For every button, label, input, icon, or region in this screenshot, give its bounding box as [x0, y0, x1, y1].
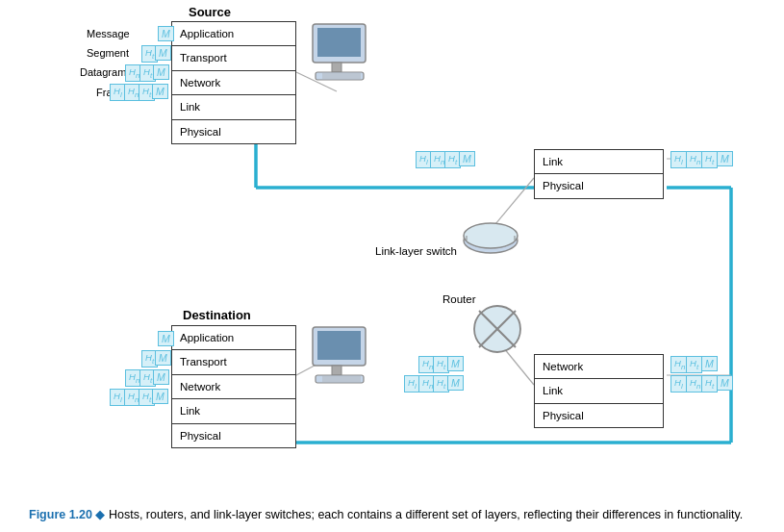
- caption-diamond: ◆: [95, 508, 105, 521]
- source-title: Source: [189, 5, 231, 19]
- source-layer-link: Link: [172, 95, 295, 119]
- switch-right-Ht: Ht: [701, 151, 718, 168]
- source-layer-application: Application: [172, 22, 295, 46]
- router-layer-physical: Physical: [535, 404, 663, 427]
- source-stack: Application Transport Network Link Physi…: [171, 21, 296, 144]
- source-M-app: M: [158, 26, 174, 41]
- router-right-M-lnk: M: [717, 375, 733, 391]
- router-right-Hl-lnk: Hl: [670, 375, 687, 393]
- source-segment-label: Segment: [87, 47, 129, 59]
- diagram: Source Application Transport Network Lin…: [0, 0, 784, 491]
- source-datagram-label: Datagram: [80, 66, 126, 78]
- dest-M-net: M: [153, 369, 169, 385]
- source-message-label: Message: [87, 28, 130, 39]
- router-layer-network: Network: [535, 355, 663, 379]
- source-layer-network: Network: [172, 71, 295, 95]
- dest-M-app: M: [158, 331, 174, 346]
- switch-layer-physical: Physical: [535, 174, 663, 197]
- dest-layer-transport: Transport: [172, 350, 295, 374]
- switch-device-icon: [462, 221, 519, 260]
- figure-caption: Figure 1.20 ◆ Hosts, routers, and link-l…: [29, 506, 774, 524]
- svg-point-20: [464, 223, 518, 248]
- dest-layer-link: Link: [172, 399, 295, 423]
- figure-number: Figure 1.20: [29, 508, 92, 521]
- router-right-Ht-lnk: Ht: [701, 375, 718, 393]
- svg-rect-13: [317, 28, 361, 57]
- source-M-dat: M: [153, 64, 169, 80]
- router-stack: Network Link Physical: [534, 354, 664, 428]
- router-left-M: M: [447, 356, 464, 371]
- dest-layer-application: Application: [172, 326, 295, 350]
- switch-label: Link-layer switch: [375, 245, 457, 257]
- svg-rect-14: [332, 63, 341, 72]
- dest-M-lnk: M: [152, 389, 168, 404]
- source-M-seg: M: [155, 45, 171, 61]
- dest-computer-icon: [308, 322, 375, 399]
- router-layer-link: Link: [535, 379, 663, 403]
- router-right-Ht: Ht: [686, 356, 702, 373]
- switch-right-M: M: [717, 151, 733, 166]
- switch-stack: Link Physical: [534, 149, 664, 199]
- router-left-M-lnk: M: [447, 375, 464, 391]
- source-layer-transport: Transport: [172, 46, 295, 70]
- caption-text: Hosts, routers, and link-layer switches;…: [109, 508, 743, 521]
- dest-title: Destination: [183, 308, 251, 322]
- source-layer-physical: Physical: [172, 120, 295, 143]
- dest-stack: Application Transport Network Link Physi…: [171, 325, 296, 448]
- dest-M-tran: M: [155, 350, 171, 366]
- svg-rect-24: [317, 331, 361, 360]
- source-computer-icon: [308, 19, 375, 96]
- svg-rect-25: [332, 366, 341, 375]
- dest-layer-physical: Physical: [172, 424, 295, 447]
- switch-layer-link: Link: [535, 150, 663, 174]
- router-device-icon: [471, 303, 524, 356]
- switch-right-Hl: Hl: [670, 151, 687, 168]
- router-label: Router: [443, 293, 476, 305]
- router-right-M: M: [701, 356, 718, 371]
- dest-layer-network: Network: [172, 375, 295, 399]
- switch-left-M: M: [459, 151, 475, 166]
- source-M-frm: M: [152, 84, 168, 99]
